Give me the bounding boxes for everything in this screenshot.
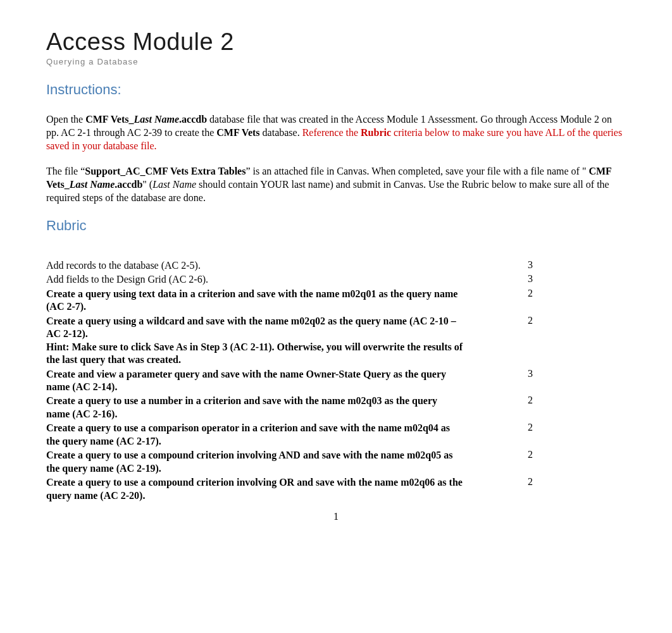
rubric-description: Add records to the database (AC 2-5). — [46, 259, 463, 272]
rubric-row: Create a query to use a number in a crit… — [46, 395, 626, 421]
rubric-description: Add fields to the Design Grid (AC 2-6). — [46, 273, 463, 286]
text: ” is an attached file in Canvas. When co… — [246, 166, 588, 176]
instructions-paragraph-1: Open the CMF Vets_Last Name.accdb databa… — [46, 113, 626, 152]
rubric-points: 2 — [463, 315, 528, 326]
text: Open the — [46, 114, 85, 125]
rubric-points: 3 — [463, 259, 528, 271]
instructions-heading: Instructions: — [46, 82, 626, 98]
rubric-description: Create a query to use a number in a crit… — [46, 395, 463, 421]
rubric-row: Create a query using a wildcard and save… — [46, 315, 626, 367]
text: " ( — [142, 179, 152, 190]
text: database. — [260, 127, 302, 138]
rubric-description: Create a query to use a compound criteri… — [46, 449, 463, 475]
rubric-row: Create a query to use a compound criteri… — [46, 476, 626, 502]
text-bold: .accdb — [115, 179, 142, 190]
rubric-points: 3 — [463, 273, 528, 285]
text-bold: .accdb — [179, 114, 207, 125]
rubric-heading: Rubric — [46, 218, 626, 234]
rubric-description: Create a query using text data in a crit… — [46, 288, 463, 314]
text-red-bold: Rubric — [361, 127, 391, 138]
rubric-description: Create and view a parameter query and sa… — [46, 368, 463, 394]
rubric-row: Create a query to use a compound criteri… — [46, 449, 626, 475]
page-number: 1 — [46, 511, 626, 522]
rubric-row: Add fields to the Design Grid (AC 2-6).3 — [46, 273, 626, 286]
rubric-row: Create and view a parameter query and sa… — [46, 368, 626, 394]
rubric-row: Create a query to use a comparison opera… — [46, 422, 626, 448]
text-red: Reference the — [302, 127, 361, 138]
rubric-description: Create a query to use a comparison opera… — [46, 422, 463, 448]
text: The file “ — [46, 166, 85, 176]
rubric-points: 2 — [463, 422, 528, 433]
text-italic: Last Name — [152, 179, 196, 190]
rubric-description: Create a query using a wildcard and save… — [46, 315, 463, 367]
rubric-row: Add records to the database (AC 2-5).3 — [46, 259, 626, 272]
rubric-table: Add records to the database (AC 2-5).3Ad… — [46, 259, 626, 502]
rubric-points: 2 — [463, 449, 528, 460]
instructions-paragraph-2: The file “Support_AC_CMF Vets Extra Tabl… — [46, 165, 626, 204]
rubric-points: 2 — [463, 288, 528, 299]
rubric-row: Create a query using text data in a crit… — [46, 288, 626, 314]
text-bold: CMF Vets_ — [85, 114, 134, 125]
text-bold: CMF Vets — [216, 127, 259, 138]
rubric-points: 2 — [463, 476, 528, 488]
page-subtitle: Querying a Database — [46, 57, 626, 66]
rubric-points: 2 — [463, 395, 528, 406]
text-bold: Support_AC_CMF Vets Extra Tables — [85, 166, 246, 176]
page-title: Access Module 2 — [46, 28, 626, 56]
rubric-description: Create a query to use a compound criteri… — [46, 476, 463, 502]
text-bold-italic: Last Name — [70, 179, 115, 190]
rubric-points: 3 — [463, 368, 528, 379]
text-bold-italic: Last Name — [134, 114, 180, 125]
